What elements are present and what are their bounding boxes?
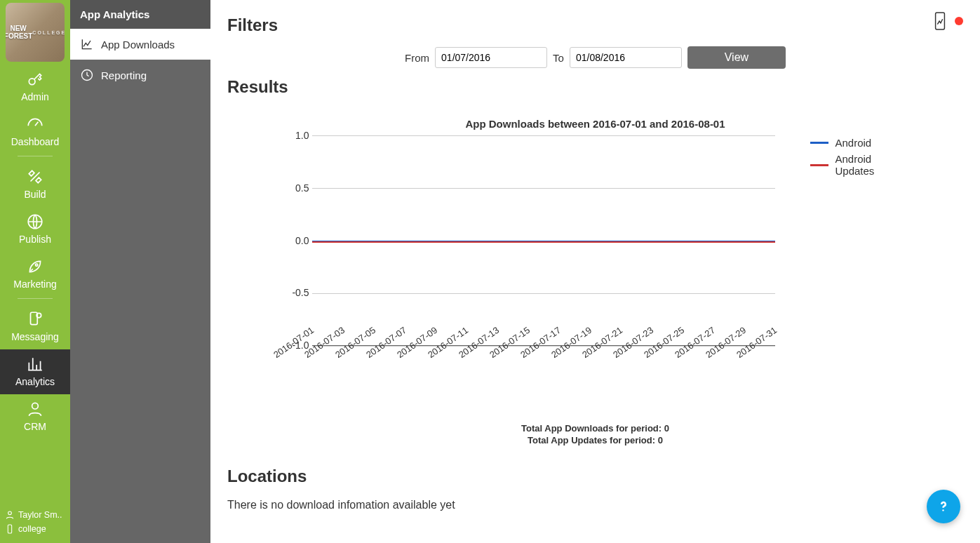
footer-user-label: Taylor Sm.. <box>18 510 62 520</box>
clock-icon <box>80 68 94 82</box>
chart-container: App Downloads between 2016-07-01 and 201… <box>280 118 911 445</box>
nav-marketing[interactable]: Marketing <box>0 252 70 297</box>
status-dot <box>955 17 963 25</box>
svg-point-0 <box>29 79 35 85</box>
results-heading: Results <box>227 77 963 97</box>
nav-divider <box>18 156 53 156</box>
phone-analytics-icon[interactable] <box>932 11 948 31</box>
nav-dashboard[interactable]: Dashboard <box>0 109 70 154</box>
tools-icon <box>26 168 44 186</box>
line-chart-icon <box>80 37 94 51</box>
legend-android-updates: Android Updates <box>810 153 892 177</box>
secondary-item-reporting[interactable]: Reporting <box>70 60 210 90</box>
secondary-title: App Analytics <box>70 0 210 29</box>
nav-label: Dashboard <box>11 136 60 147</box>
filters-heading: Filters <box>227 15 963 35</box>
nav-label: CRM <box>24 421 46 432</box>
primary-nav: NEW FORESTCOLLEGE Admin Dashboard Build … <box>0 0 70 543</box>
gauge-icon <box>26 115 44 133</box>
nav-label: Admin <box>21 91 49 102</box>
nav-label: Publish <box>19 234 51 245</box>
svg-rect-7 <box>8 525 11 533</box>
nav-label: Messaging <box>11 331 59 342</box>
to-date-input[interactable] <box>570 47 682 68</box>
header-tools <box>932 11 963 31</box>
footer-channel[interactable]: college <box>4 522 66 536</box>
x-axis-labels: 2016-07-012016-07-032016-07-052016-07-07… <box>312 346 775 381</box>
chart-plot: 1.00.50.0-0.5-1.0 <box>312 135 775 346</box>
chart-legend: Android Android Updates <box>810 137 892 346</box>
footer-user[interactable]: Taylor Sm.. <box>4 508 66 522</box>
analytics-icon <box>26 355 44 373</box>
phone-icon <box>4 523 15 535</box>
legend-android: Android <box>810 137 892 149</box>
legend-label: Android Updates <box>835 153 892 177</box>
footer-channel-label: college <box>18 524 46 534</box>
nav-crm[interactable]: CRM <box>0 394 70 439</box>
chart-title: App Downloads between 2016-07-01 and 201… <box>280 118 911 130</box>
nav-admin[interactable]: Admin <box>0 65 70 109</box>
nav-label: Marketing <box>13 279 56 290</box>
total-updates: Total App Updates for period: 0 <box>280 435 911 445</box>
phone-chat-icon <box>26 310 44 328</box>
y-axis-labels: 1.00.50.0-0.5-1.0 <box>281 130 309 351</box>
to-label: To <box>553 52 564 64</box>
app-logo: NEW FORESTCOLLEGE <box>6 3 65 62</box>
secondary-item-app-downloads[interactable]: App Downloads <box>70 29 210 60</box>
svg-point-5 <box>32 403 39 409</box>
nav-build[interactable]: Build <box>0 162 70 207</box>
nav-divider <box>18 298 53 299</box>
secondary-nav: App Analytics App Downloads Reporting <box>70 0 210 543</box>
chart: 1.00.50.0-0.5-1.0 Android Android Update… <box>280 135 911 346</box>
from-date-input[interactable] <box>435 47 547 68</box>
svg-point-2 <box>36 264 38 266</box>
nav-analytics[interactable]: Analytics <box>0 349 70 394</box>
from-label: From <box>405 52 429 64</box>
svg-point-11 <box>942 509 944 511</box>
filter-row: From To View <box>227 46 963 69</box>
locations-empty-text: There is no download infomation availabl… <box>227 499 963 511</box>
legend-swatch <box>810 164 828 166</box>
nav-publish[interactable]: Publish <box>0 207 70 252</box>
key-icon <box>26 70 44 88</box>
legend-label: Android <box>835 137 872 149</box>
chart-totals: Total App Downloads for period: 0 Total … <box>280 423 911 445</box>
nav-label: Build <box>24 189 46 200</box>
person-icon <box>26 400 44 418</box>
svg-rect-9 <box>936 13 945 29</box>
globe-icon <box>26 213 44 231</box>
legend-swatch <box>810 142 828 144</box>
main-content: Filters From To View Results App Downloa… <box>210 0 980 543</box>
user-icon <box>4 509 15 521</box>
help-fab[interactable] <box>927 490 960 523</box>
total-downloads: Total App Downloads for period: 0 <box>280 423 911 434</box>
nav-footer: Taylor Sm.. college <box>0 505 70 543</box>
view-button[interactable]: View <box>687 46 786 69</box>
locations-heading: Locations <box>227 467 963 486</box>
secondary-item-label: Reporting <box>101 69 147 81</box>
nav-messaging[interactable]: Messaging <box>0 304 70 349</box>
svg-point-6 <box>8 511 12 515</box>
secondary-item-label: App Downloads <box>101 39 175 51</box>
nav-label: Analytics <box>15 376 55 387</box>
rocket-icon <box>26 257 44 276</box>
